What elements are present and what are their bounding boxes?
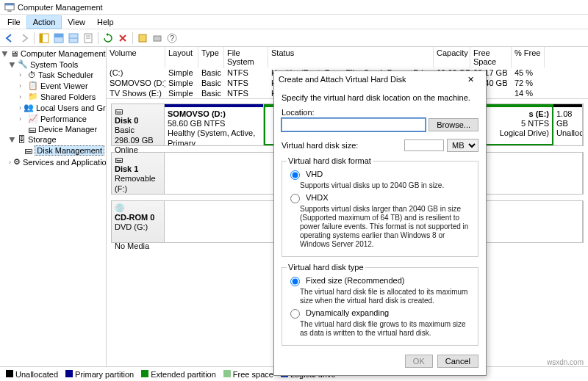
dynamic-radio[interactable]: [290, 309, 300, 319]
volume-header-row: Volume Layout Type File System Status Ca…: [107, 47, 588, 68]
cancel-button[interactable]: Cancel: [437, 355, 478, 368]
view-top-icon[interactable]: [52, 32, 65, 45]
menu-action[interactable]: Action: [26, 15, 62, 29]
tree-disk-management[interactable]: 🖴Disk Management: [1, 145, 104, 156]
col-type[interactable]: Type: [198, 47, 224, 68]
type-legend: Virtual hard disk type: [287, 263, 365, 272]
tree-system-tools[interactable]: ⯆🔧System Tools: [1, 59, 104, 70]
ok-button[interactable]: OK: [405, 355, 433, 368]
partition[interactable]: SOMOVSO (D:) 58.60 GB NTFS Healthy (Syst…: [165, 104, 264, 145]
view-split-icon[interactable]: [67, 32, 80, 45]
vhd-radio[interactable]: [290, 170, 300, 180]
svg-rect-13: [154, 36, 161, 41]
dynamic-desc: The virtual hard disk file grows to its …: [300, 320, 473, 338]
refresh-icon[interactable]: [101, 32, 115, 45]
tree-shared-folders[interactable]: ›📁Shared Folders: [1, 91, 104, 102]
tree-local-users[interactable]: ›👥Local Users and Groups: [1, 102, 104, 113]
location-input[interactable]: [282, 118, 426, 131]
size-label: Virtual hard disk size:: [282, 141, 358, 150]
watermark: wsxdn.com: [547, 358, 584, 366]
vhd-desc: Supports virtual disks up to 2040 GB in …: [300, 181, 473, 190]
partition-unallocated[interactable]: 1.08 GBUnalloc: [553, 104, 583, 145]
format-fieldset: Virtual hard disk format VHD Supports vi…: [282, 156, 478, 257]
create-vhd-dialog: Create and Attach Virtual Hard Disk ✕ Sp…: [273, 70, 487, 376]
close-icon[interactable]: ✕: [459, 75, 481, 84]
svg-rect-4: [40, 34, 43, 43]
toolbar: ?: [0, 29, 588, 47]
col-fs[interactable]: File System: [224, 47, 268, 68]
fixed-desc: The virtual hard disk file is allocated …: [300, 288, 473, 305]
format-legend: Virtual hard disk format: [287, 156, 373, 165]
vhdx-label: VHDX: [306, 193, 329, 202]
col-layout[interactable]: Layout: [165, 47, 198, 68]
svg-rect-6: [54, 34, 63, 37]
delete-icon[interactable]: [116, 32, 129, 45]
svg-rect-1: [5, 3, 14, 5]
tree-performance[interactable]: ›📈Performance: [1, 113, 104, 124]
col-volume[interactable]: Volume: [107, 47, 165, 68]
disk-header: 💿CD-ROM 0 DVD (G:)No Media: [112, 201, 165, 242]
pane-icon[interactable]: [37, 32, 51, 45]
help-icon[interactable]: ?: [165, 32, 179, 45]
warning-icon[interactable]: [136, 32, 149, 45]
tree-task-scheduler[interactable]: ›⏱Task Scheduler: [1, 70, 104, 80]
forward-icon: [18, 32, 31, 45]
app-icon: [4, 2, 15, 12]
menu-help[interactable]: Help: [91, 16, 120, 28]
browse-button[interactable]: Browse...: [429, 118, 478, 131]
svg-rect-2: [7, 10, 11, 12]
menu-file[interactable]: File: [1, 16, 26, 28]
menu-view[interactable]: View: [62, 16, 91, 28]
vhd-label: VHD: [306, 170, 323, 178]
window-title: Computer Management: [18, 3, 103, 12]
location-label: Location:: [282, 108, 478, 117]
col-free[interactable]: Free Space: [470, 47, 512, 68]
nav-tree: ⯆🖥Computer Management (Local ⯆🔧System To…: [0, 47, 107, 366]
legend-extended: Extended partition: [141, 370, 216, 379]
legend-unallocated: Unallocated: [6, 370, 58, 379]
svg-text:?: ?: [170, 34, 174, 43]
tree-event-viewer[interactable]: ›📋Event Viewer: [1, 80, 104, 91]
dialog-title: Create and Attach Virtual Hard Disk: [279, 75, 406, 84]
fixed-radio[interactable]: [290, 277, 300, 286]
disk-header: 🖴Disk 0 Basic298.09 GBOnline: [112, 104, 165, 145]
disk-icon[interactable]: [151, 32, 164, 45]
legend-free: Free space: [223, 370, 273, 379]
disk-header: 🖴Disk 1 Removable (F:)No Media: [112, 153, 165, 194]
tree-services-apps[interactable]: ›⚙Services and Applications: [1, 156, 104, 167]
dynamic-label: Dynamically expanding: [306, 308, 389, 317]
back-icon[interactable]: [3, 32, 16, 45]
svg-rect-12: [139, 35, 146, 42]
col-capacity[interactable]: Capacity: [434, 47, 470, 68]
tree-storage[interactable]: ⯆🗄Storage: [1, 134, 104, 145]
vhdx-desc: Supports virtual disks larger than 2040 …: [300, 205, 473, 249]
menubar: File Action View Help: [0, 15, 588, 29]
tree-root[interactable]: ⯆🖥Computer Management (Local: [1, 48, 104, 59]
col-status[interactable]: Status: [268, 47, 434, 68]
window-titlebar: Computer Management: [0, 0, 588, 15]
size-input[interactable]: [404, 139, 444, 151]
size-unit-select[interactable]: MB: [447, 139, 478, 152]
properties-icon[interactable]: [82, 32, 95, 45]
dialog-intro: Specify the virtual hard disk location o…: [282, 93, 478, 102]
type-fieldset: Virtual hard disk type Fixed size (Recom…: [282, 263, 478, 346]
vhdx-radio[interactable]: [290, 194, 300, 203]
fixed-label: Fixed size (Recommended): [306, 276, 405, 285]
tree-device-manager[interactable]: 🖴Device Manager: [1, 124, 104, 134]
col-pctfree[interactable]: % Free: [512, 47, 545, 68]
legend-primary: Primary partition: [65, 370, 134, 379]
